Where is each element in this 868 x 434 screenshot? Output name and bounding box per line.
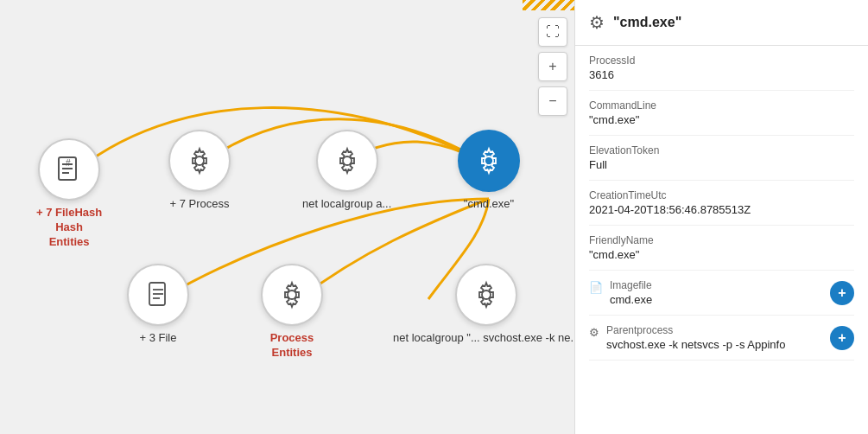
graph-area: # + 7 FileHashHashEntities + 7 Process n…: [0, 0, 574, 434]
property-commandline: CommandLine "cmd.exe": [589, 91, 854, 136]
netlocalgroup-circle: [316, 130, 378, 192]
node-filehash[interactable]: # + 7 FileHashHashEntities: [36, 138, 102, 250]
friendlyname-value: "cmd.exe": [589, 248, 854, 261]
imagefile-icon: 📄: [589, 281, 603, 294]
file-label: + 3 File: [140, 331, 177, 344]
filehash-circle: #: [38, 138, 100, 201]
friendlyname-label: FriendlyName: [589, 234, 854, 246]
processid-label: ProcessId: [589, 54, 854, 67]
netlocalgroup-label: net localgroup a...: [302, 197, 391, 210]
elevationtoken-label: ElevationToken: [589, 144, 854, 156]
property-friendlyname: FriendlyName "cmd.exe": [589, 226, 854, 271]
zoom-out-button[interactable]: −: [538, 86, 567, 116]
property-parentprocess: ⚙ Parentprocess svchost.exe -k netsvcs -…: [589, 316, 854, 361]
commandline-label: CommandLine: [589, 99, 854, 112]
parentprocess-expand-button[interactable]: +: [830, 326, 854, 350]
parentprocess-label: Parentprocess: [606, 324, 830, 336]
property-processid: ProcessId 3616: [589, 46, 854, 91]
node-svchost[interactable]: net localgroup "... svchost.exe -k ne...: [393, 264, 574, 344]
creationtime-value: 2021-04-20T18:56:46.8785513Z: [589, 203, 854, 216]
cmd-main-circle: [458, 130, 520, 192]
process1-label: + 7 Process: [169, 197, 229, 210]
parentprocess-value: svchost.exe -k netsvcs -p -s Appinfo: [606, 338, 830, 351]
node-process1[interactable]: + 7 Process: [168, 130, 231, 210]
process-entities-label: ProcessEntities: [270, 331, 314, 361]
processid-value: 3616: [589, 68, 854, 81]
svchost-label: net localgroup "... svchost.exe -k ne...: [393, 331, 574, 344]
imagefile-expand-button[interactable]: +: [830, 281, 854, 305]
node-file[interactable]: + 3 File: [127, 264, 189, 344]
panel-gear-icon: ⚙: [589, 12, 605, 33]
property-elevationtoken: ElevationToken Full: [589, 136, 854, 181]
imagefile-value: cmd.exe: [610, 293, 830, 306]
property-imagefile: 📄 Imagefile cmd.exe +: [589, 271, 854, 316]
creationtime-label: CreationTimeUtc: [589, 189, 854, 201]
svg-text:#: #: [66, 158, 71, 168]
node-netlocalgroup[interactable]: net localgroup a...: [302, 130, 391, 210]
right-panel: ⚙ "cmd.exe" ProcessId 3616 CommandLine "…: [574, 0, 868, 434]
commandline-value: "cmd.exe": [589, 113, 854, 126]
imagefile-content: Imagefile cmd.exe: [610, 279, 830, 306]
zoom-in-button[interactable]: +: [538, 52, 567, 81]
node-cmd-main[interactable]: "cmd.exe": [458, 130, 520, 210]
process1-circle: [168, 130, 231, 192]
panel-header: ⚙ "cmd.exe": [575, 0, 868, 46]
parentprocess-icon: ⚙: [589, 326, 599, 339]
panel-title: "cmd.exe": [613, 15, 681, 30]
orange-stripe: [523, 0, 574, 10]
fit-button[interactable]: ⛶: [538, 17, 567, 47]
elevationtoken-value: Full: [589, 158, 854, 171]
parentprocess-content: Parentprocess svchost.exe -k netsvcs -p …: [606, 324, 830, 351]
node-process-entities[interactable]: ProcessEntities: [261, 264, 323, 361]
cmd-main-label: "cmd.exe": [464, 197, 514, 210]
graph-toolbar: ⛶ + −: [538, 17, 567, 116]
svchost-circle: [455, 264, 517, 326]
imagefile-label: Imagefile: [610, 279, 830, 291]
filehash-label: + 7 FileHashHashEntities: [36, 206, 102, 250]
panel-body: ProcessId 3616 CommandLine "cmd.exe" Ele…: [575, 46, 868, 434]
property-creationtime: CreationTimeUtc 2021-04-20T18:56:46.8785…: [589, 181, 854, 226]
file-circle: [127, 264, 189, 326]
process-entities-circle: [261, 264, 323, 326]
